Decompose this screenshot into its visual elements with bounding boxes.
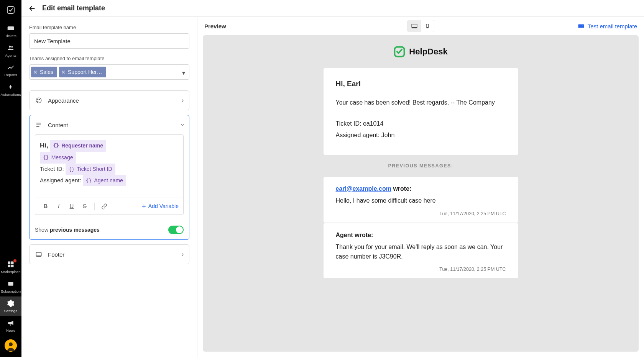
notification-badge	[13, 259, 17, 263]
previous-messages-title: PREVIOUS MESSAGES:	[324, 163, 518, 169]
chevron-down-icon[interactable]: ▾	[182, 69, 185, 77]
preview-message-card: earl@example.com wrote: Hello, I have so…	[324, 177, 518, 223]
show-previous-toggle[interactable]	[168, 226, 184, 234]
sidebar: Tickets Agents Reports Automations Marke…	[0, 0, 21, 357]
preview-ticket-id: Ticket ID: ea1014	[336, 120, 506, 127]
message-timestamp: Tue, 11/17/2020, 2:25 PM UTC	[336, 211, 506, 216]
editor-toolbar: B I U S +Add Variable	[35, 198, 183, 215]
svg-point-10	[36, 98, 41, 103]
variable-requester-name[interactable]: {}Requester name	[50, 140, 106, 152]
svg-rect-6	[11, 265, 14, 267]
sidebar-item-agents[interactable]: Agents	[0, 41, 21, 61]
sidebar-item-marketplace[interactable]: Marketplace	[0, 257, 21, 277]
svg-rect-0	[7, 7, 14, 13]
panel-appearance-header[interactable]: Appearance ›	[30, 91, 189, 110]
sidebar-item-automations[interactable]: Automations	[0, 80, 21, 100]
chevron-right-icon: ›	[182, 251, 184, 258]
svg-rect-7	[8, 282, 13, 285]
template-name-input[interactable]	[29, 33, 189, 49]
sidebar-item-label: Settings	[4, 309, 17, 313]
panel-title: Appearance	[48, 97, 79, 104]
strikethrough-button[interactable]: S	[79, 201, 90, 212]
team-chip[interactable]: ✕Support Her…	[59, 67, 106, 77]
preview-header: Preview Test email template	[197, 17, 644, 35]
message-body: Hello, I have some difficult case here	[336, 196, 506, 206]
underline-button[interactable]: U	[66, 201, 77, 212]
svg-point-17	[427, 27, 427, 28]
svg-rect-3	[8, 262, 11, 264]
bold-button[interactable]: B	[40, 201, 51, 212]
svg-rect-14	[36, 252, 41, 257]
svg-rect-15	[412, 24, 417, 28]
sidebar-item-label: News	[6, 328, 15, 332]
sidebar-item-reports[interactable]: Reports	[0, 61, 21, 80]
panel-content-header[interactable]: Content ›	[30, 115, 189, 134]
preview-greeting: Hi, Earl	[336, 80, 506, 88]
panel-footer: Footer ›	[29, 244, 189, 264]
message-body: Thank you for your email. We'll reply as…	[336, 242, 506, 262]
message-from-email[interactable]: earl@example.com	[336, 185, 391, 192]
app-logo	[0, 2, 21, 18]
helpdesk-logo-icon	[394, 46, 405, 57]
sidebar-item-label: Reports	[4, 73, 17, 77]
ticket-icon	[6, 24, 15, 33]
sidebar-item-settings[interactable]: Settings	[0, 296, 21, 316]
panel-title: Content	[48, 122, 68, 128]
svg-point-9	[9, 342, 13, 346]
desktop-preview-button[interactable]	[408, 20, 421, 32]
show-previous-messages-row: Show previous messages	[30, 220, 189, 239]
team-chip[interactable]: ✕Sales	[31, 67, 57, 77]
back-button[interactable]	[28, 4, 37, 13]
message-from-label: Agent wrote:	[336, 232, 506, 239]
variable-message[interactable]: {}Message	[40, 152, 76, 164]
device-switch	[407, 20, 434, 32]
preview-message-card: Agent wrote: Thank you for your email. W…	[324, 223, 518, 278]
panel-title: Footer	[48, 251, 64, 258]
sidebar-item-label: Marketplace	[1, 270, 21, 274]
svg-point-1	[9, 46, 11, 47]
news-icon	[6, 318, 15, 328]
sidebar-item-label: Tickets	[5, 34, 16, 38]
italic-button[interactable]: I	[53, 201, 64, 212]
sidebar-item-label: Agents	[5, 53, 16, 57]
preview-column: Preview Test email template HelpDesk	[197, 17, 644, 357]
test-email-button[interactable]: Test email template	[578, 23, 637, 29]
page-title: Edit email template	[42, 4, 105, 12]
panel-footer-header[interactable]: Footer ›	[30, 245, 189, 264]
automations-icon	[6, 82, 15, 92]
remove-chip-icon[interactable]: ✕	[61, 69, 66, 75]
sidebar-item-tickets[interactable]: Tickets	[0, 21, 21, 41]
sidebar-item-label: Automations	[1, 92, 21, 97]
remove-chip-icon[interactable]: ✕	[33, 69, 38, 75]
svg-point-2	[11, 46, 13, 48]
content-icon	[35, 121, 43, 129]
svg-point-13	[38, 101, 38, 102]
gear-icon	[6, 299, 15, 308]
svg-rect-5	[8, 265, 11, 267]
link-button[interactable]	[99, 201, 110, 212]
add-variable-button[interactable]: +Add Variable	[142, 201, 179, 211]
teams-label: Teams assigned to email template	[29, 56, 189, 61]
chevron-down-icon: ›	[179, 124, 186, 126]
editor-column: Email template name Teams assigned to em…	[21, 17, 197, 357]
preview-title: Preview	[204, 23, 226, 29]
svg-point-11	[38, 99, 38, 100]
content-editor[interactable]: Hi, {}Requester name {}Message Ticket ID…	[35, 134, 184, 215]
panel-appearance: Appearance ›	[29, 90, 189, 110]
preview-main-card: Hi, Earl Your case has been solved! Best…	[324, 68, 518, 155]
footer-icon	[35, 251, 43, 258]
variable-ticket-short-id[interactable]: {}Ticket Short ID	[66, 164, 115, 175]
reports-icon	[6, 63, 15, 72]
teams-select[interactable]: ✕Sales ✕Support Her… ▾	[29, 64, 189, 80]
sidebar-item-subscription[interactable]: Subscription	[0, 277, 21, 296]
template-name-label: Email template name	[29, 25, 189, 30]
page-header: Edit email template	[21, 0, 644, 17]
mobile-preview-button[interactable]	[421, 20, 434, 32]
palette-icon	[35, 97, 43, 104]
preview-canvas: HelpDesk Hi, Earl Your case has been sol…	[203, 35, 639, 352]
subscription-icon	[6, 279, 15, 288]
avatar[interactable]	[5, 339, 17, 352]
sidebar-item-news[interactable]: News	[0, 316, 21, 336]
agents-icon	[6, 43, 15, 52]
variable-agent-name[interactable]: {}Agent name	[83, 175, 126, 186]
